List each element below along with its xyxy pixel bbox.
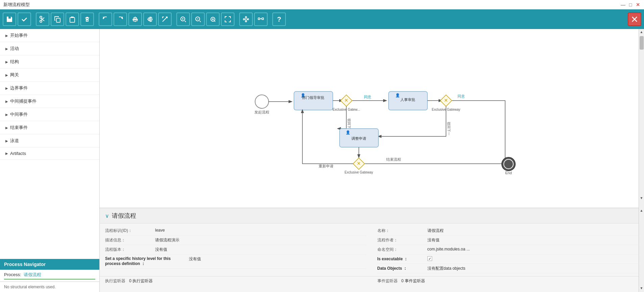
svg-point-0 [40, 20, 42, 22]
arrow-icon: ▶ [5, 60, 8, 64]
layout1-button[interactable] [239, 12, 253, 26]
scroll-thumb[interactable] [640, 36, 644, 50]
fullscreen-button[interactable] [221, 12, 234, 26]
sidebar-item-structure[interactable]: ▶ 结构 [0, 55, 99, 69]
sidebar-item-start-event[interactable]: ▶ 开始事件 [0, 29, 99, 42]
connect-button[interactable] [158, 12, 172, 26]
maximize-button[interactable]: □ [628, 2, 633, 7]
sidebar-item-boundary-event[interactable]: ▶ 边界事件 [0, 82, 99, 95]
svg-point-1 [40, 16, 42, 18]
minimize-button[interactable]: — [620, 2, 626, 7]
prop-row-name: 名称： 请假流程 [377, 226, 639, 236]
svg-text:部门领导审批: 部门领导审批 [302, 96, 324, 100]
sidebar: ▶ 开始事件 ▶ 活动 ▶ 结构 ▶ 网关 ▶ 边界事件 ▶ 中间捕捉事件 [0, 29, 100, 292]
props-scroll-down[interactable]: ▼ [639, 285, 644, 291]
confirm-button[interactable] [18, 12, 31, 26]
close-button[interactable]: ✕ [635, 2, 641, 7]
prop-row-author: 流程作者： 没有值 [377, 236, 639, 245]
svg-text:调整申请: 调整申请 [351, 136, 366, 140]
arrow-icon: ▶ [5, 139, 8, 143]
paste-button[interactable] [66, 12, 79, 26]
svg-rect-5 [133, 20, 137, 21]
title-bar: 新增流程模型 — □ ✕ [0, 0, 644, 9]
arrow-icon: ▶ [5, 113, 8, 116]
prop-row-namespace: 命名空间： com.jsite.modules.oa ... [377, 245, 639, 255]
sidebar-items: ▶ 开始事件 ▶ 活动 ▶ 结构 ▶ 网关 ▶ 边界事件 ▶ 中间捕捉事件 [0, 29, 99, 259]
arrow-icon: ▶ [5, 86, 8, 90]
content-area: 发起流程 👤 部门领导审批 ✕ Exclusive Gatew... 同意 [100, 29, 644, 292]
scroll-down-arrow[interactable]: ▼ [639, 195, 644, 201]
cut-button[interactable] [36, 12, 49, 26]
svg-text:✕: ✕ [444, 98, 448, 103]
scroll-up-arrow[interactable]: ▲ [639, 29, 644, 35]
prop-row-version: 流程版本： 没有值 [105, 245, 367, 255]
process-info: Process: 请假流程 [0, 270, 99, 282]
svg-text:✕: ✕ [357, 161, 361, 166]
svg-rect-2 [56, 18, 60, 22]
process-navigator-header: Process Navigator [0, 259, 99, 270]
svg-text:👤: 👤 [395, 93, 400, 98]
properties-title: 请假流程 [112, 212, 136, 220]
svg-text:✕: ✕ [344, 98, 348, 103]
zoom-in-button[interactable] [176, 12, 190, 26]
svg-rect-7 [150, 17, 152, 21]
diagram-canvas[interactable]: 发起流程 👤 部门领导审批 ✕ Exclusive Gatew... 同意 [100, 29, 644, 208]
help-button[interactable]: ? [272, 12, 286, 26]
toolbar: ? [0, 9, 644, 29]
prop-row-history: Set a specific history level for this pr… [105, 255, 367, 269]
properties-header: ∨ 请假流程 [100, 208, 644, 223]
copy-button[interactable] [51, 12, 64, 26]
svg-text:发起流程: 发起流程 [254, 110, 269, 114]
svg-rect-4 [134, 18, 137, 19]
event-listener: 事件监听器 0 事件监听器 [372, 276, 644, 286]
svg-text:同意: 同意 [457, 94, 465, 98]
arrow-icon: ▶ [5, 152, 8, 155]
svg-point-12 [245, 17, 247, 18]
prop-row-executable: Is executable ： ✓ [377, 255, 639, 264]
task1-node[interactable] [294, 91, 333, 110]
zoom-out-button[interactable] [191, 12, 205, 26]
sidebar-item-artifacts[interactable]: ▶ Artifacts [0, 148, 99, 160]
align-h-button[interactable] [128, 12, 142, 26]
prop-row-id: 流程标识(ID)： leave [105, 226, 367, 236]
props-scroll-up[interactable]: ▲ [639, 208, 644, 213]
svg-text:人事审批: 人事审批 [400, 98, 415, 102]
properties-left: 流程标识(ID)： leave 描述信息： 请假流程演示 流程版本： 没有值 S… [100, 223, 372, 276]
svg-rect-16 [262, 18, 264, 20]
svg-rect-6 [148, 18, 150, 21]
sidebar-item-gateway[interactable]: ▶ 网关 [0, 69, 99, 82]
properties-right: 名称： 请假流程 流程作者： 没有值 命名空间： com.jsite.modul… [372, 223, 644, 276]
svg-text:👤: 👤 [346, 130, 350, 135]
collapse-button[interactable]: ∨ [105, 213, 109, 219]
align-v-button[interactable] [143, 12, 157, 26]
sidebar-item-end-event[interactable]: ▶ 结束事件 [0, 121, 99, 134]
prop-row-dataobjects: Data Objects ： 没有配置data objects [377, 264, 639, 273]
redo-button[interactable] [114, 12, 127, 26]
sidebar-item-activity[interactable]: ▶ 活动 [0, 42, 99, 55]
svg-text:同意: 同意 [364, 95, 371, 99]
properties-panel: ∨ 请假流程 流程标识(ID)： leave 描述信息： 请假流程演示 流 [100, 208, 644, 292]
sidebar-item-lane[interactable]: ▶ 泳道 [0, 134, 99, 148]
executable-checkbox[interactable]: ✓ [427, 256, 432, 261]
window-title: 新增流程模型 [3, 2, 30, 8]
svg-text:重新申请: 重新申请 [319, 164, 333, 168]
svg-rect-3 [70, 18, 75, 22]
zoom-fit-button[interactable] [206, 12, 220, 26]
arrow-icon: ▶ [5, 34, 8, 37]
layout2-button[interactable] [254, 12, 268, 26]
delete-button[interactable] [80, 12, 94, 26]
arrow-icon: ▶ [5, 100, 8, 103]
save-button[interactable] [3, 12, 16, 26]
svg-rect-15 [258, 18, 260, 20]
undo-button[interactable] [99, 12, 112, 26]
arrow-icon: ▶ [5, 126, 8, 130]
sidebar-item-intermediate-catch[interactable]: ▶ 中间捕捉事件 [0, 95, 99, 108]
properties-grid: 流程标识(ID)： leave 描述信息： 请假流程演示 流程版本： 没有值 S… [100, 223, 644, 276]
toolbar-close-button[interactable] [628, 12, 641, 26]
scrollbar-props-right[interactable]: ▲ ▼ [639, 208, 644, 292]
svg-text:End: End [505, 171, 512, 175]
sidebar-item-intermediate-throw[interactable]: ▶ 中间事件 [0, 108, 99, 121]
prop-row-desc: 描述信息： 请假流程演示 [105, 236, 367, 245]
scrollbar-right[interactable]: ▲ ▼ [639, 29, 644, 208]
svg-text:结束流程: 结束流程 [386, 157, 401, 161]
